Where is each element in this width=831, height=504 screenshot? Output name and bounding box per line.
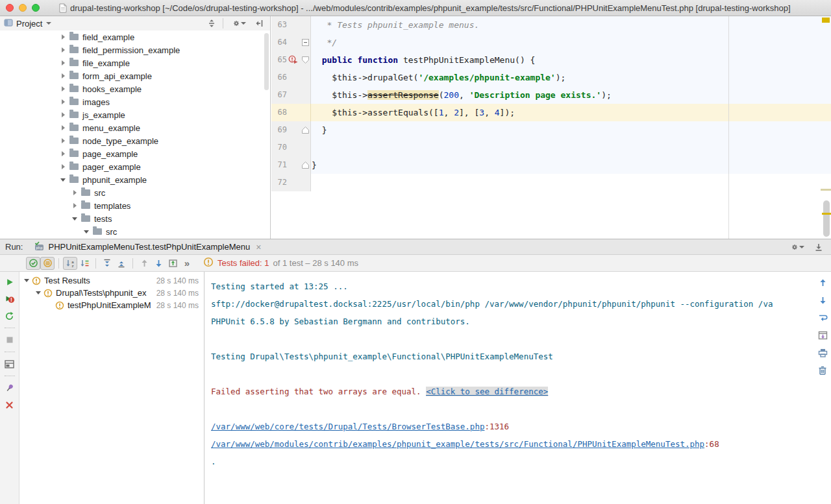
code-text[interactable]: */ [311,34,831,51]
tree-item-field_example[interactable]: field_example [0,30,270,43]
expanded-arrow-icon[interactable] [83,230,90,234]
down-stacktrace-button[interactable] [815,294,830,307]
console-file-link[interactable]: /var/www/web/core/tests/Drupal/Tests/Bro… [211,422,484,431]
sort-alphabetically-toggle[interactable]: az [63,257,77,270]
collapsed-arrow-icon[interactable] [60,47,66,53]
collapsed-arrow-icon[interactable] [60,112,66,117]
tree-item-page_example[interactable]: page_example [0,147,270,160]
project-scrollbar-thumb[interactable] [264,33,269,90]
folder-icon [69,112,79,118]
svg-text:!: ! [10,296,12,303]
collapsed-arrow-icon[interactable] [60,151,66,156]
code-text[interactable] [311,139,831,156]
console-file-link[interactable]: /var/www/web/modules/contrib/examples/ph… [211,439,704,449]
chevron-down-icon[interactable] [46,22,51,25]
fold-marker-icon[interactable] [300,121,311,139]
clear-all-button[interactable] [815,364,830,377]
close-run-button[interactable] [3,398,17,411]
tree-item-node_type_example[interactable]: node_type_example [0,134,270,147]
code-text[interactable]: $this->drupalGet('/examples/phpunit-exam… [311,69,831,86]
tree-item-menu_example[interactable]: menu_example [0,121,270,134]
close-window-button[interactable] [6,4,14,12]
tree-item-hooks_example[interactable]: hooks_example [0,82,270,95]
collapsed-arrow-icon[interactable] [60,138,66,143]
test-tree-item[interactable]: Test Results28 s 140 ms [19,274,204,287]
toggle-auto-test-button[interactable] [3,309,17,322]
settings-button[interactable] [232,17,247,30]
current-line-stripe-mark[interactable] [822,213,831,215]
code-text[interactable]: $this->assertEquals([1, 2], [3, 4]); [311,104,831,121]
code-text[interactable]: } [311,156,831,174]
hide-run-panel-button[interactable] [812,241,826,254]
collapsed-arrow-icon[interactable] [71,203,78,208]
tree-item-templates[interactable]: templates [0,199,270,212]
test-tree-item[interactable]: testPhpUnitExampleM28 s 140 ms [19,299,204,311]
expanded-arrow-icon[interactable] [71,217,78,221]
soft-wrap-toggle[interactable] [815,311,830,324]
console-output[interactable]: Testing started at 13:25 ...sftp://docke… [205,272,831,470]
tree-item-pager_example[interactable]: pager_example [0,160,270,173]
expanded-arrow-icon[interactable] [60,178,66,182]
collapsed-arrow-icon[interactable] [60,125,66,130]
export-test-results-button[interactable] [815,329,830,342]
collapsed-arrow-icon[interactable] [60,73,66,78]
tree-item-js_example[interactable]: js_example [0,108,270,121]
console-text: . [211,457,216,466]
pin-tab-button[interactable] [3,381,17,394]
zoom-window-button[interactable] [32,4,40,12]
tree-item-field_permission_example[interactable]: field_permission_example [0,43,270,56]
collapsed-arrow-icon[interactable] [71,190,78,195]
sort-by-duration-button[interactable] [77,257,92,270]
test-tree-item[interactable]: Drupal\Tests\phpunit_ex28 s 140 ms [19,287,204,299]
collapsed-arrow-icon[interactable] [60,86,66,91]
tree-item-src[interactable]: src [0,186,270,199]
rerun-button[interactable] [3,276,17,289]
minimize-window-button[interactable] [19,4,27,12]
more-actions-button[interactable]: » [180,257,194,270]
test-history-button[interactable] [166,257,180,270]
run-settings-button[interactable] [791,241,805,254]
tree-item-form_api_example[interactable]: form_api_example [0,69,270,82]
tree-item-phpunit_example[interactable]: phpunit_example [0,173,270,186]
code-text[interactable]: * Tests phpunit_example menus. [311,16,831,34]
code-text[interactable]: } [311,121,831,139]
rerun-failed-test-icon[interactable] [287,51,300,69]
rerun-failed-tests-button[interactable]: ! [3,293,17,306]
code-text[interactable] [311,174,831,191]
svg-text:z: z [71,264,73,268]
collapse-all-button[interactable] [205,17,219,30]
tree-item-src[interactable]: src [0,225,270,238]
collapsed-arrow-icon[interactable] [60,164,66,169]
fold-marker-icon[interactable] [300,34,311,51]
gutter-cell [287,174,300,191]
tree-item-images[interactable]: images [0,95,270,108]
collapsed-arrow-icon[interactable] [60,34,66,40]
restore-layout-button[interactable] [3,357,17,370]
titlebar: drupal-testing-workshop [~/Code/os/drupa… [0,0,831,16]
error-stripe-mark[interactable] [822,18,830,23]
code-text[interactable]: $this->assertResponse(200, 'Description … [311,86,831,104]
tree-item-file_example[interactable]: file_example [0,56,270,69]
collapse-all-button[interactable] [114,257,129,270]
project-panel-title[interactable]: Project [16,19,42,29]
up-stacktrace-button[interactable] [815,276,830,289]
code-text[interactable]: public function testPhpUnitExampleMenu()… [311,51,831,69]
run-tab[interactable]: php PHPUnitExampleMenuTest.testPhpUnitEx… [31,239,264,254]
collapsed-arrow-icon[interactable] [60,99,66,104]
next-failed-test-button[interactable] [151,257,166,270]
editor-scrollbar-thumb[interactable] [823,200,830,237]
expand-all-button[interactable] [100,257,114,270]
collapsed-arrow-icon[interactable] [60,60,66,66]
print-button[interactable] [815,346,830,359]
tree-item-tests[interactable]: tests [0,212,270,225]
hide-panel-button[interactable] [252,17,266,30]
fold-marker-icon[interactable] [300,51,311,69]
expanded-arrow-icon[interactable] [23,279,30,282]
error-stripe-mark[interactable] [821,189,831,191]
show-passed-toggle[interactable] [26,257,40,270]
expanded-arrow-icon[interactable] [35,291,42,294]
close-tab-icon[interactable]: × [256,242,261,252]
show-ignored-toggle[interactable] [40,257,55,270]
fold-marker-icon[interactable] [300,156,311,174]
see-difference-link[interactable]: <Click to see difference> [426,387,548,396]
